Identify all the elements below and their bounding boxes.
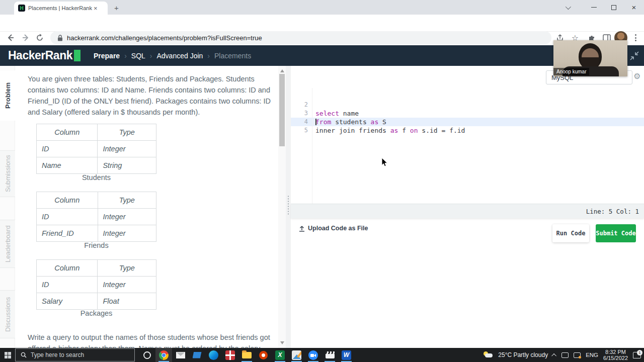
tab-title: Placements | HackerRank <box>28 5 94 11</box>
problem-scrollbar[interactable] <box>278 66 286 348</box>
browser-menu-kebab-icon[interactable] <box>629 31 642 44</box>
friends-table-caption: Friends <box>36 241 156 249</box>
tab-problem[interactable]: Problem <box>0 70 15 121</box>
code-editor[interactable]: 2 select name 3 from students as S 4 inn… <box>291 88 644 204</box>
movies-clapper-icon[interactable] <box>321 348 338 362</box>
table-row: Friend_IDInteger <box>37 225 156 242</box>
run-code-button[interactable]: Run Code <box>552 224 589 242</box>
photos-icon[interactable] <box>288 348 305 362</box>
students-table-caption: Students <box>36 173 156 182</box>
mail-icon[interactable] <box>172 348 189 362</box>
tab-submissions[interactable]: Submissions <box>0 150 15 197</box>
scrollbar-thumb[interactable] <box>279 74 285 146</box>
excel-icon[interactable]: X <box>272 348 288 362</box>
breadcrumb-advanced-join[interactable]: Advanced Join <box>156 52 203 60</box>
breadcrumb-prepare[interactable]: Prepare <box>94 52 120 60</box>
table-row: IDInteger <box>37 209 156 225</box>
breadcrumb: Prepare › SQL › Advanced Join › Placemen… <box>94 52 251 60</box>
tab-leaderboard[interactable]: Leaderboard <box>0 220 15 268</box>
code-line: 2 select name <box>291 92 644 101</box>
word-icon[interactable]: W <box>338 348 355 362</box>
upload-icon <box>299 225 305 232</box>
mouse-cursor <box>381 157 388 169</box>
clock-time: 8:32 PM <box>603 349 628 355</box>
editor-settings-gear-icon[interactable]: ⚙ <box>633 72 640 80</box>
breadcrumb-sql[interactable]: SQL <box>131 52 145 60</box>
upload-code-link[interactable]: Upload Code as File <box>299 225 368 232</box>
scroll-up-icon[interactable] <box>280 69 284 72</box>
windows-taskbar: Type here to search X W 25°C Partly clou… <box>0 348 644 362</box>
video-call-icon[interactable] <box>305 348 321 362</box>
submit-code-button[interactable]: Submit Code <box>596 224 636 242</box>
forward-icon[interactable] <box>19 31 32 44</box>
url-text: hackerrank.com/challenges/placements/pro… <box>67 34 262 42</box>
col-header: Type <box>98 192 156 209</box>
tray-expand-icon[interactable] <box>551 353 556 358</box>
teams-icon[interactable] <box>189 348 205 362</box>
file-explorer-icon[interactable] <box>238 348 255 362</box>
edge-icon[interactable] <box>205 348 222 362</box>
gift-app-icon[interactable] <box>222 348 238 362</box>
tray-notification-app-icon[interactable] <box>574 352 581 358</box>
notification-badge: 1 <box>637 350 642 355</box>
table-row: SalaryFloat <box>37 293 156 310</box>
col-header: Column <box>37 124 98 141</box>
problem-intro-text: You are given three tables: Students, Fr… <box>28 73 276 118</box>
system-tray: 25°C Partly cloudy ENG 8:32 PM 6/15/2022… <box>483 349 644 361</box>
clock-date: 6/15/2022 <box>603 355 628 361</box>
tab-search-icon[interactable] <box>557 0 578 15</box>
line-number: 5 <box>291 126 308 135</box>
action-center-icon[interactable]: 1 <box>633 352 641 358</box>
browser-tab[interactable]: H Placements | HackerRank × <box>14 2 108 15</box>
table-row: NameString <box>37 157 156 174</box>
taskbar-search-input[interactable]: Type here to search <box>15 348 135 361</box>
cortana-icon[interactable] <box>139 348 155 362</box>
col-header: Type <box>98 260 156 277</box>
col-header: Column <box>37 192 98 209</box>
search-placeholder: Type here to search <box>31 351 84 358</box>
search-icon <box>21 352 27 358</box>
reload-icon[interactable] <box>33 31 46 44</box>
logo-green-block <box>74 50 80 61</box>
chevron-right-icon: › <box>150 52 152 60</box>
friends-table: ColumnType IDInteger Friend_IDInteger <box>36 192 156 242</box>
code-line: 4 inner join friends as f on s.id = f.id <box>291 109 644 118</box>
table-row: IDInteger <box>37 277 156 293</box>
webcam-video-overlay: Anoop kumar <box>553 40 627 76</box>
splitter-drag-handle[interactable] <box>287 195 289 215</box>
tab-close-icon[interactable]: × <box>94 5 98 12</box>
browser-titlebar: H Placements | HackerRank × + × <box>0 0 644 15</box>
address-bar[interactable]: hackerrank.com/challenges/placements/pro… <box>50 31 551 44</box>
text-caret <box>315 119 316 125</box>
chevron-right-icon: › <box>207 52 210 60</box>
start-button[interactable] <box>0 348 15 362</box>
students-table: ColumnType IDInteger NameString <box>36 124 156 174</box>
webcam-name-label: Anoop kumar <box>553 68 589 75</box>
code-line: 3 from students as S <box>291 101 644 109</box>
taskbar-clock[interactable]: 8:32 PM 6/15/2022 <box>603 349 628 361</box>
chrome-icon[interactable] <box>155 348 172 362</box>
cursor-position-text: Line: 5 Col: 1 <box>586 208 639 215</box>
window-close-button[interactable]: × <box>624 0 644 15</box>
tray-display-icon[interactable] <box>561 352 569 358</box>
new-tab-button[interactable]: + <box>114 4 119 12</box>
problem-task-text: Write a query to output the names of tho… <box>28 332 276 348</box>
back-icon[interactable] <box>4 31 17 44</box>
lock-icon <box>57 35 63 41</box>
scroll-down-icon[interactable] <box>280 341 284 344</box>
col-header: Type <box>98 124 156 141</box>
windows-logo-icon <box>5 352 11 358</box>
tab-discussions[interactable]: Discussions <box>0 290 15 338</box>
weather-text[interactable]: 25°C Partly cloudy <box>498 351 548 358</box>
hackerrank-favicon-icon: H <box>18 5 25 12</box>
minimize-button[interactable] <box>584 0 604 15</box>
editor-status-bar: Line: 5 Col: 1 <box>291 204 644 218</box>
maximize-button[interactable] <box>604 0 624 15</box>
exit-fullscreen-icon[interactable] <box>629 50 640 61</box>
hackerrank-logo[interactable]: HackerRank <box>8 49 80 62</box>
table-row: IDInteger <box>37 141 156 157</box>
keyboard-language[interactable]: ENG <box>586 352 598 358</box>
packages-table-caption: Packages <box>36 309 156 317</box>
office-icon[interactable] <box>255 348 272 362</box>
weather-icon[interactable] <box>483 351 493 358</box>
